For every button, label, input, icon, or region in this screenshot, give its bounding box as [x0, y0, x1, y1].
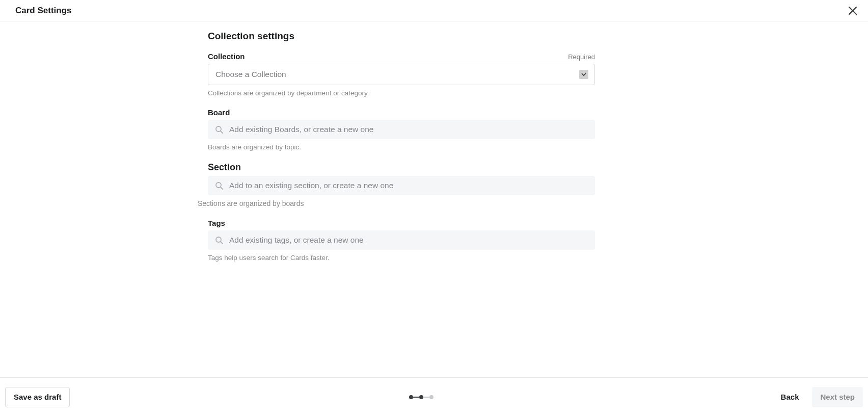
tags-label: Tags [208, 219, 225, 227]
search-icon [215, 125, 223, 134]
section-label: Section [208, 162, 241, 173]
footer-bar: Save as draft Back Next step [0, 377, 868, 416]
search-icon [215, 236, 223, 244]
next-step-button[interactable]: Next step [812, 387, 863, 407]
close-button[interactable] [846, 4, 860, 18]
collection-help: Collections are organized by department … [208, 89, 595, 97]
main-content: Collection settings Collection Required … [208, 21, 595, 262]
step-dot-1 [409, 395, 413, 399]
field-section: Section Sections are organized by boards [208, 162, 595, 207]
tags-input-wrap[interactable] [208, 230, 595, 250]
tags-help: Tags help users search for Cards faster. [208, 254, 595, 262]
field-tags: Tags Tags help users search for Cards fa… [208, 219, 595, 262]
tags-input[interactable] [229, 236, 588, 245]
step-dot-2 [419, 395, 423, 399]
save-draft-button[interactable]: Save as draft [5, 387, 70, 407]
required-indicator: Required [568, 53, 595, 61]
svg-line-7 [221, 242, 223, 244]
board-input-wrap[interactable] [208, 120, 595, 139]
collection-placeholder: Choose a Collection [215, 70, 286, 79]
close-icon [848, 6, 857, 15]
header-bar: Card Settings [0, 0, 868, 21]
svg-line-5 [221, 187, 223, 189]
section-heading: Collection settings [208, 31, 595, 42]
svg-line-3 [221, 131, 223, 133]
field-collection: Collection Required Choose a Collection … [208, 52, 595, 97]
collection-label: Collection [208, 52, 245, 61]
collection-select[interactable]: Choose a Collection [208, 64, 595, 85]
step-connector [423, 397, 429, 398]
board-help: Boards are organized by topic. [208, 143, 595, 151]
page-title: Card Settings [15, 6, 72, 16]
section-input[interactable] [229, 181, 588, 190]
step-indicator [409, 395, 433, 399]
board-label: Board [208, 108, 230, 117]
search-icon [215, 181, 223, 190]
section-input-wrap[interactable] [208, 176, 595, 195]
field-board: Board Boards are organized by topic. [208, 108, 595, 151]
section-help: Sections are organized by boards [198, 199, 585, 207]
step-connector [413, 397, 419, 398]
chevron-down-icon [579, 70, 588, 79]
board-input[interactable] [229, 125, 588, 134]
step-dot-3 [429, 395, 433, 399]
back-button[interactable]: Back [773, 387, 807, 407]
